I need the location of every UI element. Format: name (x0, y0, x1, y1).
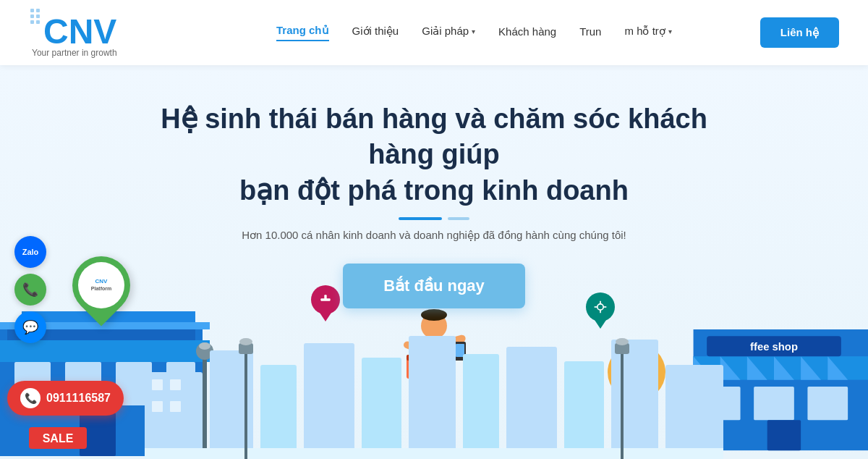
svg-rect-1 (36, 9, 40, 12)
nav-item-giaiphap[interactable]: Giải pháp ▾ (422, 25, 475, 41)
svg-rect-72 (170, 401, 181, 412)
svg-rect-60 (260, 365, 297, 459)
svg-text:SALE: SALE (43, 432, 74, 445)
nav-item-khachhang[interactable]: Khách hàng (498, 25, 556, 41)
chevron-down-icon: ▾ (472, 28, 475, 35)
svg-rect-61 (304, 343, 354, 459)
pin-circle: CNVPlatform (60, 244, 142, 326)
phone-button[interactable]: 📞 (14, 274, 46, 306)
svg-rect-2 (30, 14, 34, 18)
logo-tagline: Your partner in growth (32, 48, 117, 58)
svg-rect-73 (145, 448, 723, 459)
lien-he-button[interactable]: Liên hệ (760, 17, 839, 48)
svg-rect-4 (30, 20, 34, 24)
svg-rect-35 (767, 420, 801, 450)
svg-rect-5 (36, 20, 40, 24)
svg-text:ffee shop: ffee shop (750, 341, 798, 353)
svg-rect-65 (506, 347, 557, 459)
svg-rect-71 (152, 401, 163, 412)
svg-rect-3 (36, 14, 40, 18)
svg-rect-68 (665, 365, 723, 459)
messenger-button[interactable]: 💬 (14, 311, 46, 343)
svg-rect-34 (807, 387, 848, 420)
lamp-post-right (615, 329, 629, 459)
phone-cta[interactable]: 📞 0911116587 (7, 381, 124, 416)
svg-text:CNV: CNV (43, 12, 116, 51)
hero-title: Hệ sinh thái bán hàng và chăm sóc khách … (145, 101, 723, 209)
svg-point-79 (616, 338, 629, 345)
phone-icon: 📞 (22, 282, 38, 298)
svg-rect-33 (754, 387, 794, 420)
header: CNV Your partner in growth Trang chủ Giớ… (0, 0, 868, 65)
hero-section: Hệ sinh thái bán hàng và chăm sóc khách … (0, 65, 868, 459)
nav-item-trun[interactable]: Trun (579, 25, 601, 41)
svg-rect-62 (362, 358, 401, 459)
svg-rect-74 (244, 350, 247, 459)
phone-icon-circle: 📞 (20, 388, 41, 408)
hero-content: Hệ sinh thái bán hàng và chăm sóc khách … (0, 101, 868, 308)
svg-rect-64 (463, 354, 499, 459)
logo-svg: CNV (29, 7, 159, 51)
chevron-down-icon-2: ▾ (668, 28, 672, 35)
location-pin: CNVPlatform (72, 256, 130, 314)
messenger-icon: 💬 (22, 319, 38, 335)
svg-rect-70 (170, 379, 181, 390)
svg-rect-0 (30, 9, 34, 12)
pin-logo-text: CNVPlatform (78, 262, 124, 308)
nav-item-trangchu[interactable]: Trang chủ (276, 24, 329, 41)
lamp-post-left (239, 329, 253, 459)
phone-number: 0911116587 (46, 392, 111, 405)
svg-rect-77 (621, 350, 624, 459)
svg-rect-63 (409, 336, 456, 459)
hero-subtitle: Hơn 10.000 cá nhân kinh doanh và doanh n… (0, 229, 868, 242)
zalo-button[interactable]: Zalo (14, 236, 46, 268)
nav-item-gioithieu[interactable]: Giới thiệu (352, 25, 399, 41)
logo-area: CNV Your partner in growth (29, 7, 188, 58)
social-floats: Zalo 📞 💬 (14, 236, 46, 343)
hero-cta-button[interactable]: Bắt đầu ngay (343, 264, 525, 308)
svg-point-76 (239, 338, 252, 345)
underline-light (448, 217, 469, 220)
call-icon: 📞 (25, 392, 37, 404)
city-background (145, 314, 723, 459)
underline-blue (399, 217, 442, 220)
svg-rect-69 (152, 379, 163, 390)
main-nav: Trang chủ Giới thiệu Giải pháp ▾ Khách h… (188, 24, 760, 41)
svg-rect-66 (564, 361, 604, 459)
nav-item-hotro[interactable]: m hỗ trợ ▾ (624, 25, 671, 41)
hero-underline (0, 217, 868, 220)
